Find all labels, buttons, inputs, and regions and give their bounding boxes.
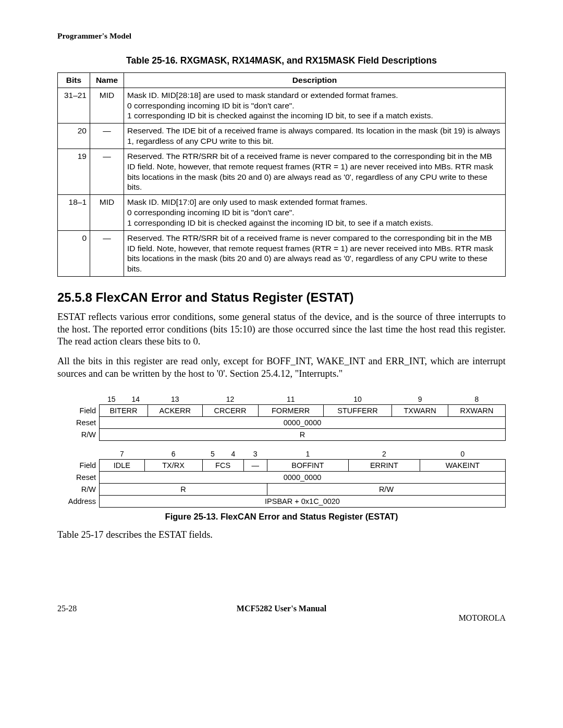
figure-caption: Figure 25-13. FlexCAN Error and Status R… [57,512,506,522]
bitnum: 1 [267,448,348,460]
th-name: Name [90,73,124,88]
reg-field: ERRINT [348,460,420,472]
th-bits: Bits [58,73,90,88]
bitnum: 2 [348,448,420,460]
body-paragraph: ESTAT reflects various error conditions,… [57,311,506,348]
desc-sub: 0 corresponding incoming ID bit is "don'… [127,101,502,111]
running-header: Programmer's Model [57,31,506,41]
cell-name: — [90,149,124,194]
bitnum: 6 [144,448,202,460]
reg-field: FCS [202,460,243,472]
cell-desc: Mask ID. MID[17:0] are only used to mask… [124,195,506,230]
table-row: 0 — Reserved. The RTR/SRR bit of a recei… [58,230,506,276]
row-label: R/W [57,484,100,496]
reg-rw: R [100,429,506,441]
reg-field-row: Field BITERR ACKERR CRCERR FORMERR STUFF… [57,405,506,417]
desc-sub: 1 corresponding ID bit is checked agains… [127,218,502,228]
table-row: 19 — Reserved. The RTR/SRR bit of a rece… [58,149,506,194]
bitnum: 8 [448,393,505,405]
page-number: 25-28 [57,604,77,613]
desc-line: Mask ID. MID[17:0] are only used to mask… [127,198,368,206]
field-description-table: Bits Name Description 31–21 MID Mask ID.… [57,72,506,277]
cell-bits: 0 [58,230,90,276]
reg-rw: R [100,484,267,496]
bitnum: 9 [392,393,448,405]
reg-field: TXWARN [392,405,448,417]
bit-number-row: 7 6 5 4 3 1 2 0 [57,448,506,460]
reg-field: BOFFINT [267,460,348,472]
table-row: 20 — Reserved. The IDE bit of a received… [58,124,506,149]
desc-sub: 0 corresponding incoming ID bit is "don'… [127,207,502,218]
cell-desc: Reserved. The RTR/SRR bit of a received … [124,230,506,276]
table-caption: Table 25-16. RXGMASK, RX14MASK, and RX15… [57,55,506,66]
row-label: Reset [57,417,100,429]
reg-field: WAKEINT [420,460,505,472]
footer-company: MOTOROLA [459,613,506,623]
desc-line: Mask ID. MID[28:18] are used to mask sta… [127,91,398,100]
reg-reset-row: Reset 0000_0000 [57,472,506,484]
bitnum: 15 [100,393,124,405]
cell-desc: Reserved. The IDE bit of a received fram… [124,124,506,149]
row-label: Reset [57,472,100,484]
bitnum: 5 [202,448,223,460]
reg-rw-row: R/W R R/W [57,484,506,496]
reg-field: STUFFERR [323,405,392,417]
table-row: 18–1 MID Mask ID. MID[17:0] are only use… [58,195,506,230]
reg-rw: R/W [267,484,505,496]
reg-field-row: Field IDLE TX/RX FCS — BOFFINT ERRINT WA… [57,460,506,472]
reg-field: RXWARN [448,405,505,417]
cell-bits: 31–21 [58,88,90,123]
bitnum: 7 [100,448,145,460]
cell-bits: 19 [58,149,90,194]
reg-reset: 0000_0000 [100,417,506,429]
cell-name: — [90,230,124,276]
reg-field: BITERR [100,405,148,417]
table-row: 31–21 MID Mask ID. MID[28:18] are used t… [58,88,506,123]
cell-name: MID [90,88,124,123]
row-label: Address [57,496,100,508]
bitnum: 11 [258,393,323,405]
cell-name: MID [90,195,124,230]
reg-field: CRCERR [202,405,258,417]
footer-title: MCF5282 User's Manual [57,604,506,613]
bitnum: 12 [202,393,258,405]
body-paragraph: Table 25-17 describes the ESTAT fields. [57,529,506,541]
cell-bits: 18–1 [58,195,90,230]
bitnum: 10 [323,393,392,405]
reg-field: IDLE [100,460,145,472]
reg-field: FORMERR [258,405,323,417]
cell-desc: Reserved. The RTR/SRR bit of a received … [124,149,506,194]
reg-reset-row: Reset 0000_0000 [57,417,506,429]
row-label: Field [57,405,100,417]
reg-rw-row: R/W R [57,429,506,441]
register-layout: 15 14 13 12 11 10 9 8 Field BITERR ACKER… [57,393,506,508]
cell-name: — [90,124,124,149]
body-paragraph: All the bits in this register are read o… [57,355,506,380]
reg-field: — [243,460,267,472]
th-desc: Description [124,73,506,88]
row-label: Field [57,460,100,472]
reg-address: IPSBAR + 0x1C_0020 [100,496,506,508]
section-heading: 25.5.8 FlexCAN Error and Status Register… [57,290,506,305]
desc-sub: 1 corresponding ID bit is checked agains… [127,110,502,121]
bitnum: 0 [420,448,505,460]
cell-desc: Mask ID. MID[28:18] are used to mask sta… [124,88,506,123]
bitnum: 4 [223,448,244,460]
bit-number-row: 15 14 13 12 11 10 9 8 [57,393,506,405]
cell-bits: 20 [58,124,90,149]
row-label: R/W [57,429,100,441]
bitnum: 13 [148,393,202,405]
page-footer: 25-28 MCF5282 User's Manual MOTOROLA [57,604,506,613]
text: All the bits in this register are read o… [57,356,506,379]
bitnum: 14 [124,393,148,405]
reg-field: ACKERR [148,405,202,417]
reg-reset: 0000_0000 [100,472,506,484]
bitnum: 3 [243,448,267,460]
reg-address-row: Address IPSBAR + 0x1C_0020 [57,496,506,508]
reg-field: TX/RX [144,460,202,472]
table-header-row: Bits Name Description [58,73,506,88]
